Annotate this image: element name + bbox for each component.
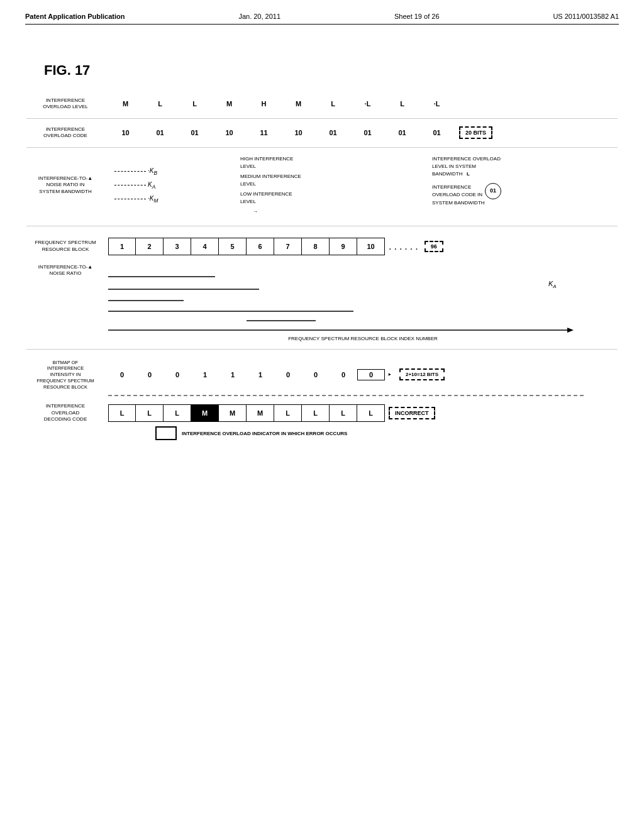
freq-cell-1: 1: [108, 238, 136, 255]
k-b-label: ·KB: [148, 167, 157, 176]
freq-cell-7: 7: [274, 238, 302, 255]
svg-marker-7: [567, 328, 574, 333]
cell-oc-2: 01: [177, 129, 212, 136]
k-a-label: KA: [148, 181, 155, 190]
cell-ol-3: M: [212, 100, 247, 108]
chart-svg: KA: [108, 264, 580, 333]
error-indicator-box: [155, 426, 177, 440]
k-m-label: ·KM: [148, 195, 158, 204]
bm-cell-5: 1: [247, 371, 274, 379]
bm-cell-0: 0: [108, 371, 136, 379]
overload-code-row: INTERFERENCEOVERLOAD CODE 10 01 01 10 11…: [26, 126, 618, 140]
decode-row: INTERFERENCEOVERLOADDECODING CODE L L L …: [26, 403, 618, 423]
dc-cell-1: L: [136, 404, 164, 422]
decode-label: INTERFERENCEOVERLOADDECODING CODE: [26, 403, 108, 423]
cell-ol-1: L: [143, 100, 177, 108]
cell-ol-7: ·L: [350, 100, 385, 108]
cell-oc-9: 01: [419, 129, 454, 136]
dashed-line-svg: [108, 393, 586, 398]
bitmap-row: BITMAP OFINTERFERENCEINTENSITY INFREQUEN…: [26, 360, 618, 390]
interference-levels-area: HIGH INTERFERENCELEVEL MEDIUM INTERFEREN…: [234, 155, 426, 216]
diagram: INTERFERENCEOVERLOAD LEVEL M L L M H M L…: [26, 97, 618, 440]
code-circle: 01: [485, 183, 501, 199]
dc-cell-9: L: [357, 404, 385, 422]
cell-oc-5: 10: [281, 129, 316, 136]
bm-cell-2: 0: [164, 371, 191, 379]
bm-cell-6: 0: [274, 371, 302, 379]
cell-oc-1: 01: [143, 129, 177, 136]
overload-level-values: M L L M H M L ·L L ·L: [108, 100, 618, 108]
cell-oc-0: 10: [108, 129, 143, 136]
overload-code-values: 10 01 01 10 11 10 01 01 01 01 20 BITS: [108, 126, 618, 139]
k-m-line: ·KM: [114, 195, 158, 204]
overload-code-label: INTERFERENCEOVERLOAD CODE: [26, 126, 108, 140]
cell-ol-4: H: [247, 100, 281, 108]
high-interference-label: HIGH INTERFERENCELEVEL: [240, 155, 426, 170]
freq-cells: 1 2 3 4 5 6 7 8 9 10 ...... 96: [108, 238, 618, 255]
freq-last-box: 96: [425, 241, 443, 252]
svg-text:KA: KA: [548, 280, 557, 289]
noise-ratio-chart-label: INTERFERENCE-TO-▲NOISE RATIO: [26, 264, 108, 277]
bm-cell-7: 0: [302, 371, 330, 379]
header-left: Patent Application Publication: [25, 13, 125, 20]
freq-cell-5: 5: [219, 238, 247, 255]
incorrect-box: INCORRECT: [389, 407, 435, 419]
freq-cell-3: 3: [164, 238, 191, 255]
cell-oc-6: 01: [316, 129, 350, 136]
dc-cell-3: M: [191, 404, 219, 422]
page: Patent Application Publication Jan. 20, …: [0, 0, 644, 830]
bm-cell-4: 1: [219, 371, 247, 379]
freq-spectrum-row: FREQUENCY SPECTRUMRESOURCE BLOCK 1 2 3 4…: [26, 234, 618, 259]
noise-ratio-chart-row: INTERFERENCE-TO-▲NOISE RATIO KA FREQUENC…: [26, 264, 618, 341]
cell-ol-6: L: [316, 100, 350, 108]
overload-code-system: INTERFERENCEOVERLOAD CODE IN 01: [432, 183, 618, 199]
bitmap-values: 0 0 0 1 1 1 0 0 0 0 ‣ 2+10=12 BITS: [108, 368, 618, 380]
k-lines-area: ·KB KA ·KM: [108, 155, 234, 216]
medium-interference-label: MEDIUM INTERFERENCELEVEL: [240, 173, 426, 188]
dc-cell-6: L: [274, 404, 302, 422]
error-indicator-row: INTERFERENCE OVERLOAD INDICATOR IN WHICH…: [155, 426, 618, 440]
bm-cell-1: 0: [136, 371, 164, 379]
dc-cell-4: M: [219, 404, 247, 422]
dc-cell-5: M: [247, 404, 274, 422]
freq-cell-9: 9: [330, 238, 357, 255]
error-indicator-label: INTERFERENCE OVERLOAD INDICATOR IN WHICH…: [182, 431, 347, 436]
dc-cell-8: L: [330, 404, 357, 422]
header-date: Jan. 20, 2011: [238, 13, 280, 20]
k-b-line: ·KB: [114, 167, 157, 176]
cell-oc-3: 10: [212, 129, 247, 136]
bitmap-section: BITMAP OFINTERFERENCEINTENSITY INFREQUEN…: [26, 360, 618, 390]
bm-cell-8: 0: [330, 371, 357, 379]
freq-cell-6: 6: [247, 238, 274, 255]
dc-cell-7: L: [302, 404, 330, 422]
chart-container: KA FREQUENCY SPECTRUM RESOURCE BLOCK IND…: [108, 264, 618, 341]
header: Patent Application Publication Jan. 20, …: [25, 13, 619, 25]
cell-oc-8: 01: [385, 129, 419, 136]
cell-oc-7: 01: [350, 129, 385, 136]
cell-ol-5: M: [281, 100, 316, 108]
freq-cell-2: 2: [136, 238, 164, 255]
bm-cell-9: 0: [357, 369, 385, 380]
dc-cell-0: L: [108, 404, 136, 422]
x-axis-label: FREQUENCY SPECTRUM RESOURCE BLOCK INDEX …: [108, 336, 618, 341]
overload-level-system: INTERFERENCE OVERLOADLEVEL IN SYSTEMBAND…: [432, 155, 618, 178]
cell-ol-2: L: [177, 100, 212, 108]
freq-spectrum-label: FREQUENCY SPECTRUMRESOURCE BLOCK: [26, 240, 108, 253]
bitmap-label: BITMAP OFINTERFERENCEINTENSITY INFREQUEN…: [26, 360, 108, 390]
figure-title: FIG. 17: [44, 62, 619, 79]
freq-cell-4: 4: [191, 238, 219, 255]
header-right: US 2011/0013582 A1: [553, 13, 619, 20]
low-interference-label: LOW INTERFERENCELEVEL: [240, 191, 426, 206]
system-bandwidth-area: INTERFERENCE OVERLOADLEVEL IN SYSTEMBAND…: [426, 155, 618, 216]
overload-code-system-text: INTERFERENCEOVERLOAD CODE IN: [432, 184, 482, 199]
k-a-line: KA: [114, 181, 155, 190]
system-bandwidth-text: SYSTEM BANDWIDTH: [432, 199, 618, 207]
bm-cell-3: 1: [191, 371, 219, 379]
noise-ratio-label: INTERFERENCE-TO-▲NOISE RATIO INSYSTEM BA…: [26, 155, 108, 216]
overload-level-label: INTERFERENCEOVERLOAD LEVEL: [26, 97, 108, 111]
cell-ol-8: L: [385, 100, 419, 108]
dashed-separator: [108, 392, 618, 399]
cell-oc-4: 11: [247, 129, 281, 136]
freq-cell-10: 10: [357, 238, 385, 255]
bits-box-20: 20 BITS: [459, 126, 492, 139]
